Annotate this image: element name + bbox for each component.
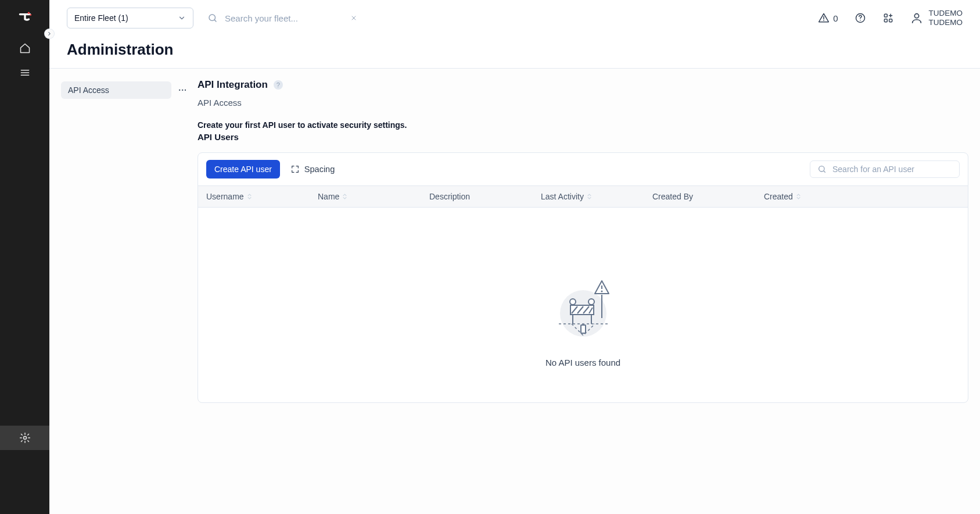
- sort-icon: [796, 194, 800, 199]
- settings-subnav: API Access ···: [49, 69, 198, 514]
- empty-state-message: No API users found: [545, 358, 620, 367]
- sort-icon: [587, 194, 591, 199]
- app-logo[interactable]: [0, 0, 49, 36]
- column-label: Last Activity: [541, 192, 584, 201]
- subnav-item-label: API Access: [68, 85, 109, 95]
- alerts-button[interactable]: 0: [818, 12, 838, 24]
- table-search-input[interactable]: [832, 165, 952, 174]
- expand-icon: [290, 165, 300, 174]
- page-title: Administration: [67, 41, 963, 59]
- ellipsis-icon: ···: [178, 85, 187, 95]
- table-toolbar: Create API user Spacing: [198, 153, 968, 185]
- section-hint: Create your first API user to activate s…: [198, 120, 968, 130]
- content: API Access ··· API Integration ? API Acc…: [49, 69, 980, 514]
- section-help-button[interactable]: ?: [274, 80, 283, 90]
- search-icon: [817, 165, 827, 174]
- section-api-integration: API Integration ? API Access Create your…: [198, 69, 980, 514]
- apps-button[interactable]: [882, 12, 894, 24]
- profile-line1: TUDEMO: [929, 9, 963, 18]
- main-area: Entire Fleet (1) 0: [49, 0, 980, 514]
- section-subtitle: API Access: [198, 98, 968, 108]
- left-rail: [0, 0, 49, 514]
- column-header-description[interactable]: Description: [429, 192, 541, 201]
- svg-rect-9: [889, 19, 892, 22]
- column-header-created[interactable]: Created: [764, 192, 960, 201]
- svg-point-2: [23, 437, 26, 440]
- column-label: Created: [764, 192, 793, 201]
- fleet-selector[interactable]: Entire Fleet (1): [67, 8, 193, 28]
- help-circle-icon: [855, 12, 866, 24]
- svg-rect-8: [884, 19, 887, 22]
- empty-state-illustration: [548, 272, 618, 341]
- empty-state: No API users found: [198, 208, 968, 402]
- spacing-label: Spacing: [304, 165, 335, 174]
- page-head: Administration: [49, 36, 980, 68]
- section-title: API Integration: [198, 79, 268, 91]
- sort-icon: [247, 194, 252, 199]
- column-header-created-by[interactable]: Created By: [652, 192, 764, 201]
- rail-menu-button[interactable]: [0, 60, 49, 85]
- column-label: Description: [429, 192, 470, 201]
- topbar-right: 0 TUDEMO TUDEMO: [818, 9, 963, 27]
- subnav-more-button[interactable]: ···: [177, 83, 188, 97]
- column-label: Username: [206, 192, 244, 201]
- rail-home-button[interactable]: [0, 36, 49, 60]
- svg-point-10: [914, 14, 918, 18]
- create-api-user-button[interactable]: Create API user: [206, 160, 280, 179]
- svg-point-1: [30, 14, 31, 16]
- help-button[interactable]: [855, 12, 866, 24]
- global-search-input[interactable]: [225, 13, 341, 23]
- svg-point-24: [570, 299, 576, 305]
- search-icon: [207, 13, 218, 23]
- table-header-row: Username Name: [198, 185, 968, 208]
- close-icon: [350, 15, 357, 22]
- fleet-selector-label: Entire Fleet (1): [74, 13, 128, 23]
- column-label: Name: [318, 192, 339, 201]
- sort-icon: [343, 194, 347, 199]
- subnav-item-api-access[interactable]: API Access: [61, 81, 171, 99]
- svg-point-4: [823, 20, 824, 21]
- rail-expand-button[interactable]: [45, 29, 54, 38]
- profile-menu[interactable]: TUDEMO TUDEMO: [910, 9, 963, 27]
- svg-point-15: [601, 291, 602, 292]
- rail-settings-button[interactable]: [0, 426, 49, 450]
- table-search: [810, 160, 960, 178]
- svg-point-0: [27, 12, 29, 14]
- global-search-clear[interactable]: [348, 12, 360, 24]
- spacing-button[interactable]: Spacing: [290, 165, 335, 174]
- question-icon: ?: [277, 81, 280, 88]
- topbar: Entire Fleet (1) 0: [49, 0, 980, 36]
- svg-rect-28: [581, 325, 586, 333]
- api-users-label: API Users: [198, 132, 968, 142]
- alert-count: 0: [833, 13, 838, 23]
- column-header-name[interactable]: Name: [318, 192, 429, 201]
- user-icon: [910, 12, 923, 24]
- profile-line2: TUDEMO: [929, 18, 963, 27]
- chevron-down-icon: [178, 14, 186, 22]
- warning-triangle-icon: [818, 12, 830, 24]
- apps-grid-icon: [882, 12, 894, 24]
- column-header-username[interactable]: Username: [206, 192, 318, 201]
- global-search: [207, 12, 360, 24]
- svg-point-6: [860, 20, 861, 21]
- column-header-last-activity[interactable]: Last Activity: [541, 192, 652, 201]
- api-users-table-card: Create API user Spacing: [198, 152, 968, 403]
- svg-point-25: [588, 299, 594, 305]
- column-label: Created By: [652, 192, 693, 201]
- svg-rect-7: [884, 14, 887, 17]
